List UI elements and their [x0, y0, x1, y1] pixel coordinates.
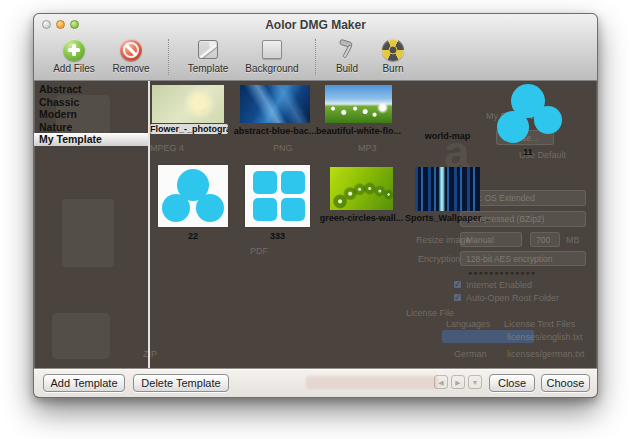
sidebar-item-chassic[interactable]: Chassic — [34, 96, 148, 109]
app-window: Aolor DMG Maker Add Files Remove Templat… — [33, 13, 598, 398]
template-thumbnail-sports-wallpaper[interactable] — [415, 167, 480, 211]
add-template-button[interactable]: Add Template — [43, 374, 125, 392]
close-button[interactable]: Close — [489, 374, 535, 392]
toolbar-separator — [168, 39, 169, 75]
template-thumbnail-11[interactable] — [497, 84, 559, 144]
cyan-circle-icon — [534, 106, 562, 134]
sidebar-item-modern[interactable]: Modern — [34, 108, 148, 121]
ghost-nav-forward-button: ▶ — [451, 375, 465, 389]
template-label-22[interactable]: 22 — [158, 231, 228, 241]
toolbar-separator — [315, 39, 316, 75]
template-thumbnail-world-map[interactable] — [415, 83, 480, 127]
burn-icon — [382, 39, 404, 61]
template-label-flower[interactable]: Flower_-_photogra... — [150, 124, 228, 134]
template-button[interactable]: Template — [181, 37, 235, 74]
template-thumbnail-flower[interactable] — [152, 85, 224, 123]
template-thumbnail-daisies[interactable] — [325, 85, 392, 123]
ghost-footer-highlight — [306, 376, 438, 389]
cyan-circle-icon — [162, 194, 190, 222]
cyan-square-icon — [253, 198, 277, 221]
background-button[interactable]: Background — [241, 37, 303, 74]
template-label-sports-wallpaper[interactable]: Sports_Wallpaper_... — [405, 213, 490, 223]
toolbar: Add Files Remove Template Background — [34, 35, 597, 81]
remove-button[interactable]: Remove — [106, 37, 156, 74]
build-button[interactable]: Build — [328, 37, 366, 74]
choose-button[interactable]: Choose — [541, 374, 590, 392]
window-chrome: Aolor DMG Maker Add Files Remove Templat… — [34, 14, 597, 81]
template-label-green-circles[interactable]: green-circles-wall... — [318, 213, 405, 223]
template-label-333[interactable]: 333 — [245, 231, 310, 241]
add-files-icon — [63, 39, 85, 61]
build-label: Build — [336, 63, 358, 74]
template-label: Template — [188, 63, 229, 74]
template-thumbnail-green-circles[interactable] — [330, 167, 393, 210]
template-chooser-sheet: MPEG 4 PNG MP3 PDF ZIP a My DMG Package … — [34, 81, 597, 368]
cyan-circle-icon — [497, 111, 529, 143]
burn-button[interactable]: Burn — [374, 37, 412, 74]
template-grid: Flower_-_photogra... abstract-blue-bac..… — [150, 81, 597, 368]
hammer-icon — [336, 38, 359, 61]
window-title: Aolor DMG Maker — [34, 18, 597, 32]
titlebar[interactable]: Aolor DMG Maker — [34, 14, 597, 35]
cyan-circle-icon — [196, 194, 224, 222]
cyan-square-icon — [281, 171, 305, 194]
remove-label: Remove — [112, 63, 149, 74]
sheet-footer: ◀ ▶ ▼ Add Template Delete Template Close… — [34, 368, 597, 397]
sidebar-item-abstract[interactable]: Abstract — [34, 83, 148, 96]
add-files-label: Add Files — [53, 63, 95, 74]
background-icon — [262, 40, 282, 59]
add-files-button[interactable]: Add Files — [48, 37, 100, 74]
sidebar-item-nature[interactable]: Nature — [34, 121, 148, 134]
template-label-world-map[interactable]: world-map — [415, 131, 480, 141]
template-label-daisies[interactable]: beautiful-white-flo... — [315, 126, 402, 136]
template-thumbnail-abstract-blue[interactable] — [240, 85, 310, 123]
template-thumbnail-333[interactable] — [245, 165, 310, 227]
burn-label: Burn — [382, 63, 403, 74]
background-label: Background — [245, 63, 298, 74]
template-label-11[interactable]: 11 — [497, 147, 559, 157]
ghost-nav-dropdown-button: ▼ — [468, 375, 482, 389]
cyan-square-icon — [281, 198, 305, 221]
template-label-abstract-blue[interactable]: abstract-blue-bac... — [232, 126, 318, 136]
template-icon — [198, 40, 218, 59]
sidebar-item-my-template[interactable]: My Template — [34, 133, 148, 146]
ghost-nav-back-button: ◀ — [434, 375, 448, 389]
delete-template-button[interactable]: Delete Template — [133, 374, 229, 392]
template-category-list: Abstract Chassic Modern Nature My Templa… — [34, 81, 148, 368]
template-thumbnail-22[interactable] — [158, 165, 228, 227]
remove-icon — [120, 39, 142, 61]
cyan-square-icon — [253, 171, 277, 194]
